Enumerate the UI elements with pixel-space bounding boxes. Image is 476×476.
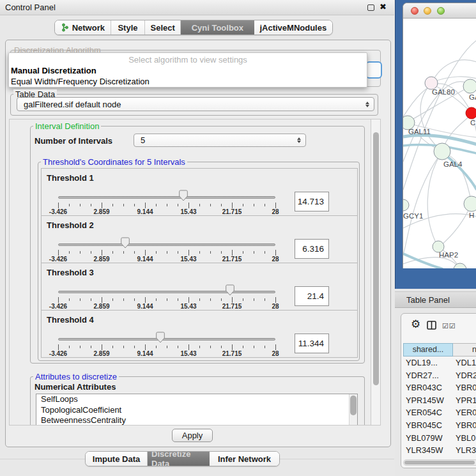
cell-shared-name: YPR145W	[406, 394, 444, 407]
tab-cyni-toolbox[interactable]: Cyni Toolbox	[181, 20, 254, 35]
slider-tick	[210, 204, 211, 206]
node-gal80[interactable]	[425, 77, 438, 89]
node-red-selected[interactable]	[466, 107, 476, 119]
slider-tick	[275, 203, 276, 208]
slider-tick	[275, 297, 276, 303]
attribute-items: SelfLoopsTopologicalCoefficientBetweenne…	[36, 394, 357, 426]
slider-tick-label: 9.144	[137, 303, 153, 310]
settings-scrollbar[interactable]	[371, 119, 380, 425]
table-row[interactable]: YBR045CYBR0	[403, 419, 476, 432]
attributes-scrollbar-thumb[interactable]	[350, 395, 357, 415]
table-row[interactable]: YPR145WYPR1	[403, 394, 476, 407]
slider-tick	[134, 346, 135, 348]
slider-tick	[232, 344, 233, 350]
threshold-2-value[interactable]: 6.316	[295, 239, 329, 259]
tab-jactivemnodules[interactable]: jActiveMNodules	[254, 20, 332, 35]
slider-tick	[221, 251, 222, 254]
table-row[interactable]: YER054CYER0	[403, 406, 476, 419]
threshold-4-slider[interactable]: -3.4262.8599.14415.4321.71528	[58, 311, 275, 358]
threshold-4-value[interactable]: 11.344	[295, 334, 329, 353]
attribute-item[interactable]: BetweennessCentrality	[36, 415, 357, 426]
table-row[interactable]: YDL19...YDL1	[403, 357, 476, 369]
slider-tick	[221, 298, 222, 301]
slider-tick	[254, 298, 254, 301]
table-rows[interactable]: YDL19...YDL1YDR27...YDR2YBR043CYBR0YPR14…	[403, 357, 476, 459]
tab-style[interactable]: Style	[111, 20, 146, 35]
slider-tick	[167, 204, 167, 206]
table-row[interactable]: YLR345WYLR3	[403, 444, 476, 457]
slider-tick	[210, 346, 211, 348]
table-row[interactable]: YBR043CYBR0	[403, 381, 476, 394]
attributes-scrollbar[interactable]	[349, 394, 357, 425]
network-canvas[interactable]	[403, 19, 476, 268]
table-data-value: galFiltered.sif default node	[17, 100, 121, 109]
tab-discretize-data[interactable]: Discretize Data	[148, 452, 210, 466]
node-top-right[interactable]	[463, 79, 476, 93]
table-panel-title: Table Panel	[406, 295, 450, 305]
threshold-2-block: Threshold 2 -3.4262.8599.14415.4321.7152…	[41, 215, 358, 263]
slider-track[interactable]	[58, 196, 275, 199]
table-hscrollbar-thumb[interactable]	[404, 461, 475, 464]
tab-infer-network[interactable]: Infer Network	[210, 452, 279, 466]
threshold-1-block: Threshold 1 -3.4262.8599.14415.4321.7152…	[41, 168, 358, 216]
column-header-shared-name[interactable]: shared...	[403, 343, 453, 357]
slider-tick	[199, 204, 200, 206]
table-hscrollbar[interactable]	[403, 459, 476, 466]
option-manual-discretization[interactable]: Manual Discretization	[11, 66, 96, 75]
tab-network-label: Network	[72, 23, 105, 33]
network-window	[403, 3, 476, 268]
threshold-2-slider[interactable]: -3.4262.8599.14415.4321.71528	[58, 216, 275, 264]
slider-tick	[58, 203, 59, 208]
slider-tick	[145, 203, 146, 208]
node-gal4[interactable]	[434, 143, 450, 160]
slider-tick	[58, 297, 59, 303]
zoom-traffic-light-icon[interactable]	[437, 7, 445, 15]
slider-track[interactable]	[58, 243, 275, 246]
threshold-3-value[interactable]: 21.4	[295, 286, 329, 306]
settings-scrollbar-thumb[interactable]	[373, 132, 379, 385]
number-of-intervals-combobox[interactable]: 5	[134, 134, 306, 147]
float-window-icon[interactable]	[367, 4, 374, 11]
split-pane-icon[interactable]	[427, 321, 436, 332]
attribute-item[interactable]: TopologicalCoefficient	[36, 405, 357, 416]
table-row[interactable]: YDR27...YDR2	[403, 369, 476, 382]
tab-impute-data[interactable]: Impute Data	[86, 452, 148, 466]
close-traffic-light-icon[interactable]	[411, 7, 418, 15]
slider-track[interactable]	[58, 291, 275, 293]
slider-tick-label: 9.144	[137, 208, 153, 215]
slider-tick	[178, 204, 178, 206]
threshold-3-slider[interactable]: -3.4262.8599.14415.4321.71528	[58, 263, 275, 311]
slider-tick	[232, 297, 233, 303]
node-gcy1[interactable]	[403, 199, 409, 211]
slider-tick	[210, 251, 211, 254]
minimize-traffic-light-icon[interactable]	[424, 7, 431, 15]
column-header-name[interactable]: n	[453, 343, 476, 357]
close-icon[interactable]: ✖	[380, 2, 387, 12]
combo-stepper-icon	[297, 134, 301, 146]
slider-tick	[112, 346, 113, 348]
gear-icon[interactable]: ⚙	[411, 318, 420, 331]
slider-tick	[265, 298, 265, 301]
tab-network[interactable]: Network	[55, 20, 111, 35]
attribute-item[interactable]: SelfLoops	[36, 394, 357, 405]
attributes-group-title: Attributes to discretize	[33, 372, 119, 381]
slider-tick	[178, 251, 178, 254]
slider-tick	[178, 346, 178, 348]
threshold-1-value[interactable]: 14.713	[295, 192, 329, 211]
option-equal-width-frequency[interactable]: Equal Width/Frequency Discretization	[11, 77, 150, 86]
slider-tick	[145, 250, 146, 256]
slider-tick-label: 2.859	[93, 208, 109, 215]
apply-button[interactable]: Apply	[172, 429, 213, 442]
numerical-attributes-list[interactable]: SelfLoopsTopologicalCoefficientBetweenne…	[36, 394, 358, 426]
node-h[interactable]	[464, 196, 476, 211]
slider-tick	[123, 298, 124, 301]
table-row[interactable]: YBL079WYBL0	[403, 432, 476, 445]
tab-select[interactable]: Select	[145, 20, 181, 35]
slider-tick	[58, 344, 59, 350]
table-data-combobox[interactable]: galFiltered.sif default node	[17, 97, 374, 111]
threshold-1-slider[interactable]: -3.4262.8599.14415.4321.71528	[58, 169, 275, 217]
slider-tick	[232, 203, 233, 208]
slider-track[interactable]	[58, 338, 275, 341]
checkbox-icons[interactable]: ☑☑	[442, 322, 456, 330]
algorithm-combobox[interactable]	[365, 61, 382, 79]
